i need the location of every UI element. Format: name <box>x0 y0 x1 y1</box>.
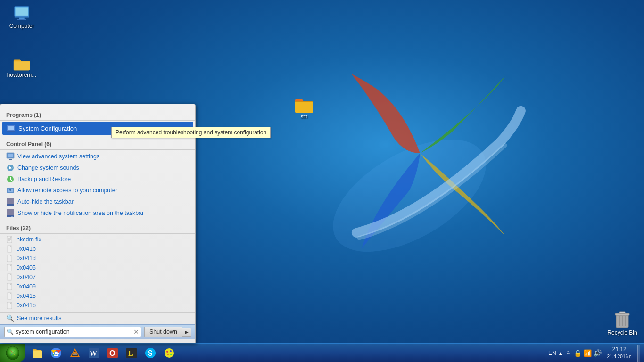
word-icon: W <box>88 347 99 359</box>
tray-arrow-icon[interactable]: ▲ <box>558 350 563 356</box>
programs-section: Programs (1) System Configuration Perfor… <box>0 108 195 137</box>
start-orb-icon <box>6 346 20 360</box>
auto-hide-taskbar-item[interactable]: Auto-hide the taskbar <box>0 196 195 207</box>
file-icon-hkcdm <box>6 236 14 243</box>
file-icon-2 <box>6 255 14 262</box>
tray-shield-icon[interactable]: 🔒 <box>574 349 582 357</box>
start-menu: Programs (1) System Configuration Perfor… <box>0 104 196 343</box>
show-desktop-button[interactable] <box>637 345 640 362</box>
allow-remote-access-item[interactable]: Allow remote access to your computer <box>0 185 195 196</box>
recycle-bin-label: Recycle Bin <box>607 329 637 336</box>
desktop-icon-computer[interactable]: Computer <box>5 5 39 29</box>
svg-rect-7 <box>615 313 629 315</box>
backup-restore-item[interactable]: Backup and Restore <box>0 173 195 185</box>
shutdown-button[interactable]: Shut down <box>144 327 182 337</box>
show-hide-notification-label: Show or hide the notification area on th… <box>17 210 144 216</box>
explorer-icon <box>32 347 43 359</box>
backup-restore-label: Backup and Restore <box>17 176 71 182</box>
sth-folder-label: sth <box>301 114 308 119</box>
search-box[interactable]: 🔍 ✕ <box>4 327 141 337</box>
svg-rect-3 <box>15 16 29 18</box>
desktop-icon-recycle-bin[interactable]: Recycle Bin <box>605 309 639 336</box>
files-section: Files (22) hkcdm fix <box>0 221 195 313</box>
file-label-0405: 0x0405 <box>17 264 36 271</box>
svg-rect-14 <box>7 131 15 132</box>
recycle-bin-icon <box>613 309 631 329</box>
taskbar-icon-opera[interactable]: O <box>104 345 122 362</box>
file-icon-1 <box>6 245 14 253</box>
svg-rect-24 <box>7 198 14 205</box>
desktop-icon-howtorem[interactable]: howtorem... <box>5 57 39 78</box>
taskbar-icon-paint[interactable] <box>160 345 178 362</box>
clock[interactable]: 21:12 21.4.2016 г. <box>604 346 635 360</box>
tray-volume-icon[interactable]: 🔊 <box>594 349 602 357</box>
taskbar-icon-sm <box>6 197 15 206</box>
file-item-041b-2[interactable]: 0x041b <box>0 301 195 310</box>
taskbar-icon-word[interactable]: W <box>85 345 103 362</box>
howtorem-icon-label: howtorem... <box>7 72 37 78</box>
svg-point-62 <box>167 354 169 355</box>
svg-rect-26 <box>7 209 14 216</box>
sth-folder-icon <box>294 97 314 114</box>
clock-date: 21.4.2016 г. <box>607 354 632 360</box>
skype-icon: S <box>145 347 156 359</box>
change-system-sounds-item[interactable]: Change system sounds <box>0 162 195 173</box>
file-item-0407[interactable]: 0x0407 <box>0 272 195 282</box>
svg-rect-13 <box>8 126 14 130</box>
clock-time: 21:12 <box>607 346 632 354</box>
svg-text:O: O <box>109 349 115 357</box>
windows-flag-decoration <box>314 47 526 259</box>
file-label-0415: 0x0415 <box>17 293 36 299</box>
taskbar-icon-explorer[interactable] <box>28 345 46 362</box>
taskbar-icon-vlc[interactable] <box>66 345 84 362</box>
system-config-label: System Configuration <box>18 125 77 132</box>
taskbar-icon-skype[interactable]: S <box>141 345 159 362</box>
view-advanced-system-settings-item[interactable]: View advanced system settings <box>0 151 195 162</box>
file-label-0409: 0x0409 <box>17 283 36 290</box>
desktop: Computer howtorem... sth Recycle Bin <box>0 0 644 362</box>
taskbar-icon-launcher[interactable]: L <box>123 345 140 362</box>
start-menu-bottom: 🔍 ✕ Shut down ▶ <box>0 324 195 339</box>
svg-rect-8 <box>619 312 625 313</box>
search-icon: 🔍 <box>7 329 14 335</box>
file-label-041b-2: 0x041b <box>17 302 36 309</box>
tray-signal-icon[interactable]: 📶 <box>584 349 592 357</box>
file-item-0405[interactable]: 0x0405 <box>0 263 195 272</box>
taskbar-icon-chrome[interactable] <box>47 345 65 362</box>
vlc-icon <box>69 347 81 359</box>
computer-icon <box>13 5 31 23</box>
desktop-icon-sth[interactable]: sth <box>288 97 321 119</box>
svg-point-60 <box>170 350 172 352</box>
svg-rect-25 <box>7 204 14 206</box>
control-panel-section: Control Panel (6) View advanced system s… <box>0 137 195 221</box>
view-advanced-label: View advanced system settings <box>17 153 99 160</box>
auto-hide-taskbar-label: Auto-hide the taskbar <box>17 198 74 205</box>
svg-text:W: W <box>90 349 97 357</box>
taskbar: W O L S <box>0 343 644 362</box>
system-tray: EN ▲ 🏳 🔒 📶 🔊 <box>548 349 602 357</box>
paint-icon <box>164 347 175 359</box>
language-indicator[interactable]: EN <box>548 350 556 356</box>
file-item-hkcdm[interactable]: hkcdm fix <box>0 235 195 244</box>
start-button[interactable] <box>0 344 25 362</box>
file-item-041d[interactable]: 0x041d <box>0 254 195 263</box>
search-clear-button[interactable]: ✕ <box>133 328 139 336</box>
see-more-results[interactable]: 🔍 See more results <box>0 313 195 324</box>
svg-rect-18 <box>8 160 13 160</box>
folder-icon <box>13 57 31 72</box>
file-item-0409[interactable]: 0x0409 <box>0 282 195 291</box>
allow-remote-access-label: Allow remote access to your computer <box>17 187 117 194</box>
change-sounds-label: Change system sounds <box>17 165 79 171</box>
file-item-041b-1[interactable]: 0x041b <box>0 244 195 254</box>
svg-point-47 <box>55 352 58 354</box>
svg-rect-17 <box>9 159 12 160</box>
svg-rect-4 <box>19 18 24 19</box>
shutdown-arrow-button[interactable]: ▶ <box>182 328 191 337</box>
search-input[interactable] <box>16 329 133 335</box>
file-icon-6 <box>6 292 14 300</box>
tray-network-icon[interactable]: 🏳 <box>565 349 572 357</box>
file-item-0415[interactable]: 0x0415 <box>0 291 195 301</box>
launcher-icon: L <box>126 347 137 359</box>
svg-rect-5 <box>17 19 26 20</box>
show-hide-notification-item[interactable]: Show or hide the notification area on th… <box>0 207 195 219</box>
